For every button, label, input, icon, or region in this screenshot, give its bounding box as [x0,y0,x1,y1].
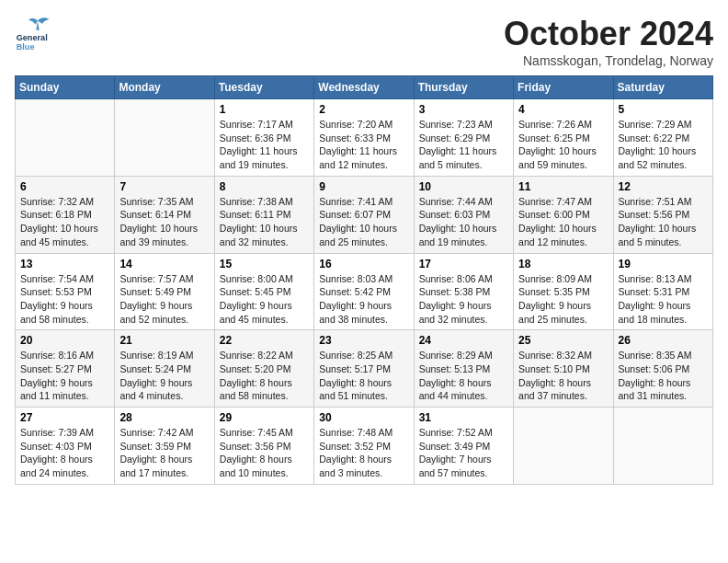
day-info: Sunrise: 7:51 AM Sunset: 5:56 PM Dayligh… [619,195,708,249]
day-info: Sunrise: 7:47 AM Sunset: 6:00 PM Dayligh… [518,195,608,249]
location: Namsskogan, Trondelag, Norway [504,53,713,68]
day-number: 30 [319,411,408,424]
logo: General Blue [15,15,61,52]
calendar-cell: 30Sunrise: 7:48 AM Sunset: 3:52 PM Dayli… [314,408,414,485]
calendar-week-row: 13Sunrise: 7:54 AM Sunset: 5:53 PM Dayli… [16,253,713,330]
calendar-cell: 19Sunrise: 8:13 AM Sunset: 5:31 PM Dayli… [613,253,712,330]
calendar-cell: 10Sunrise: 7:44 AM Sunset: 6:03 PM Dayli… [414,176,513,253]
day-number: 24 [419,334,508,347]
calendar-cell: 23Sunrise: 8:25 AM Sunset: 5:17 PM Dayli… [314,330,414,408]
day-number: 9 [319,180,408,193]
day-number: 27 [20,411,109,424]
calendar-cell: 11Sunrise: 7:47 AM Sunset: 6:00 PM Dayli… [514,176,613,253]
calendar-cell: 12Sunrise: 7:51 AM Sunset: 5:56 PM Dayli… [613,176,712,253]
calendar-cell: 21Sunrise: 8:19 AM Sunset: 5:24 PM Dayli… [115,330,214,408]
calendar-day-header: Friday [514,76,613,99]
calendar-table: SundayMondayTuesdayWednesdayThursdayFrid… [15,75,713,485]
calendar-cell: 20Sunrise: 8:16 AM Sunset: 5:27 PM Dayli… [16,330,115,408]
day-number: 15 [220,258,309,270]
day-number: 23 [319,334,408,347]
day-info: Sunrise: 7:48 AM Sunset: 3:52 PM Dayligh… [319,426,408,480]
calendar-cell: 28Sunrise: 7:42 AM Sunset: 3:59 PM Dayli… [115,408,214,485]
day-info: Sunrise: 7:39 AM Sunset: 4:03 PM Dayligh… [20,426,109,480]
calendar-cell: 14Sunrise: 7:57 AM Sunset: 5:49 PM Dayli… [115,253,214,330]
day-number: 1 [220,103,309,116]
calendar-cell: 8Sunrise: 7:38 AM Sunset: 6:11 PM Daylig… [214,176,313,253]
calendar-cell: 25Sunrise: 8:32 AM Sunset: 5:10 PM Dayli… [514,330,613,408]
calendar-cell: 15Sunrise: 8:00 AM Sunset: 5:45 PM Dayli… [214,253,313,330]
month-title: October 2024 [504,15,713,53]
day-number: 7 [119,180,209,193]
calendar-cell: 17Sunrise: 8:06 AM Sunset: 5:38 PM Dayli… [414,253,513,330]
day-number: 22 [220,334,309,347]
day-info: Sunrise: 8:03 AM Sunset: 5:42 PM Dayligh… [319,272,408,327]
day-number: 26 [619,334,708,347]
day-info: Sunrise: 8:00 AM Sunset: 5:45 PM Dayligh… [220,272,309,327]
day-number: 5 [619,103,708,116]
calendar-day-header: Monday [115,76,214,99]
day-info: Sunrise: 7:57 AM Sunset: 5:49 PM Dayligh… [119,272,209,327]
calendar-cell: 27Sunrise: 7:39 AM Sunset: 4:03 PM Dayli… [16,408,115,485]
day-number: 8 [220,180,309,193]
calendar-cell: 9Sunrise: 7:41 AM Sunset: 6:07 PM Daylig… [314,176,414,253]
day-number: 25 [518,334,608,347]
day-number: 21 [119,334,209,347]
day-info: Sunrise: 7:29 AM Sunset: 6:22 PM Dayligh… [619,118,708,172]
day-info: Sunrise: 7:54 AM Sunset: 5:53 PM Dayligh… [20,272,109,327]
title-block: October 2024 Namsskogan, Trondelag, Norw… [504,15,713,68]
day-info: Sunrise: 8:25 AM Sunset: 5:17 PM Dayligh… [319,349,408,403]
logo-icon: General Blue [15,15,61,52]
day-number: 28 [119,411,209,424]
day-info: Sunrise: 7:41 AM Sunset: 6:07 PM Dayligh… [319,195,408,249]
calendar-cell: 31Sunrise: 7:52 AM Sunset: 3:49 PM Dayli… [414,408,513,485]
day-info: Sunrise: 8:29 AM Sunset: 5:13 PM Dayligh… [419,349,508,403]
calendar-week-row: 6Sunrise: 7:32 AM Sunset: 6:18 PM Daylig… [16,176,713,253]
day-number: 17 [419,258,508,270]
day-info: Sunrise: 8:19 AM Sunset: 5:24 PM Dayligh… [119,349,209,403]
calendar-cell: 4Sunrise: 7:26 AM Sunset: 6:25 PM Daylig… [514,99,613,177]
day-info: Sunrise: 7:32 AM Sunset: 6:18 PM Dayligh… [20,195,109,249]
day-info: Sunrise: 7:20 AM Sunset: 6:33 PM Dayligh… [319,118,408,172]
day-info: Sunrise: 8:35 AM Sunset: 5:06 PM Dayligh… [619,349,708,403]
day-info: Sunrise: 7:45 AM Sunset: 3:56 PM Dayligh… [220,426,309,480]
calendar-cell: 18Sunrise: 8:09 AM Sunset: 5:35 PM Dayli… [514,253,613,330]
day-number: 13 [20,258,109,270]
calendar-day-header: Saturday [613,76,712,99]
day-info: Sunrise: 8:06 AM Sunset: 5:38 PM Dayligh… [419,272,508,327]
calendar-cell [115,99,214,177]
day-info: Sunrise: 7:35 AM Sunset: 6:14 PM Dayligh… [119,195,209,249]
day-info: Sunrise: 8:09 AM Sunset: 5:35 PM Dayligh… [518,272,608,327]
calendar-cell: 24Sunrise: 8:29 AM Sunset: 5:13 PM Dayli… [414,330,513,408]
day-number: 31 [419,411,508,424]
day-number: 14 [119,258,209,270]
calendar-cell: 16Sunrise: 8:03 AM Sunset: 5:42 PM Dayli… [314,253,414,330]
day-number: 29 [220,411,309,424]
day-info: Sunrise: 7:44 AM Sunset: 6:03 PM Dayligh… [419,195,508,249]
day-number: 10 [419,180,508,193]
day-info: Sunrise: 8:22 AM Sunset: 5:20 PM Dayligh… [220,349,309,403]
day-number: 6 [20,180,109,193]
calendar-day-header: Thursday [414,76,513,99]
calendar-cell: 22Sunrise: 8:22 AM Sunset: 5:20 PM Dayli… [214,330,313,408]
calendar-cell: 7Sunrise: 7:35 AM Sunset: 6:14 PM Daylig… [115,176,214,253]
calendar-cell: 13Sunrise: 7:54 AM Sunset: 5:53 PM Dayli… [16,253,115,330]
calendar-week-row: 1Sunrise: 7:17 AM Sunset: 6:36 PM Daylig… [16,99,713,177]
calendar-cell: 29Sunrise: 7:45 AM Sunset: 3:56 PM Dayli… [214,408,313,485]
calendar-cell [613,408,712,485]
calendar-week-row: 27Sunrise: 7:39 AM Sunset: 4:03 PM Dayli… [16,408,713,485]
day-number: 3 [419,103,508,116]
day-info: Sunrise: 7:52 AM Sunset: 3:49 PM Dayligh… [419,426,508,480]
svg-text:Blue: Blue [17,42,35,52]
calendar-header-row: SundayMondayTuesdayWednesdayThursdayFrid… [16,76,713,99]
calendar-cell: 1Sunrise: 7:17 AM Sunset: 6:36 PM Daylig… [214,99,313,177]
calendar-day-header: Wednesday [314,76,414,99]
day-number: 11 [518,180,608,193]
day-number: 16 [319,258,408,270]
calendar-day-header: Sunday [16,76,115,99]
day-info: Sunrise: 7:26 AM Sunset: 6:25 PM Dayligh… [518,118,608,172]
page-header: General Blue October 2024 Namsskogan, Tr… [15,15,713,68]
calendar-week-row: 20Sunrise: 8:16 AM Sunset: 5:27 PM Dayli… [16,330,713,408]
calendar-day-header: Tuesday [214,76,313,99]
day-info: Sunrise: 8:32 AM Sunset: 5:10 PM Dayligh… [518,349,608,403]
day-info: Sunrise: 7:23 AM Sunset: 6:29 PM Dayligh… [419,118,508,172]
